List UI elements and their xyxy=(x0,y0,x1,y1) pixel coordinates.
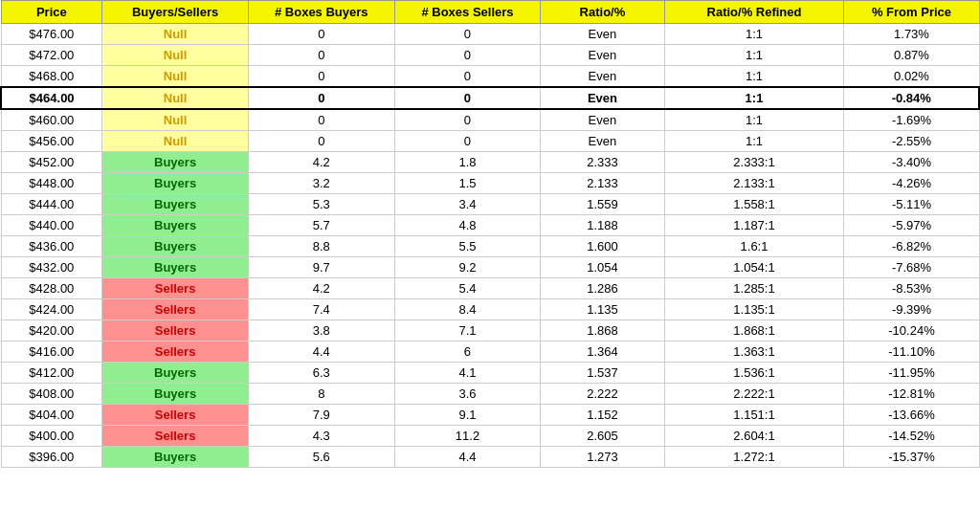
cell-fromp: -3.40% xyxy=(844,152,979,173)
cell-ratior: 1.054:1 xyxy=(664,257,844,278)
cell-ratior: 1.6:1 xyxy=(664,236,844,257)
cell-price: $436.00 xyxy=(1,236,102,257)
table-row: $400.00 Sellers 4.3 11.2 2.605 2.604:1 -… xyxy=(1,426,979,447)
cell-boxs: 1.5 xyxy=(394,173,541,194)
cell-ratio: 2.222 xyxy=(541,384,664,405)
cell-ratior: 2.604:1 xyxy=(664,426,844,447)
cell-fromp: -14.52% xyxy=(844,426,979,447)
cell-boxs: 4.4 xyxy=(394,447,541,468)
price-table: Price Buyers/Sellers # Boxes Buyers # Bo… xyxy=(0,0,980,468)
cell-ratior: 1.151:1 xyxy=(664,405,844,426)
table-row: $472.00 Null 0 0 Even 1:1 0.87% xyxy=(1,45,979,66)
main-table-wrapper: Price Buyers/Sellers # Boxes Buyers # Bo… xyxy=(0,0,980,468)
cell-boxb: 6.3 xyxy=(248,363,394,384)
cell-bs: Buyers xyxy=(102,236,249,257)
cell-boxb: 0 xyxy=(248,24,394,45)
header-ratior: Ratio/% Refined xyxy=(664,1,844,24)
cell-boxb: 4.2 xyxy=(248,152,394,173)
cell-price: $468.00 xyxy=(1,66,102,88)
table-row: $476.00 Null 0 0 Even 1:1 1.73% xyxy=(1,24,979,45)
cell-bs: Buyers xyxy=(102,384,249,405)
cell-fromp: -10.24% xyxy=(844,320,979,342)
cell-bs: Null xyxy=(102,131,249,152)
cell-boxb: 8.8 xyxy=(248,236,394,257)
cell-boxb: 0 xyxy=(248,66,394,88)
cell-boxs: 11.2 xyxy=(394,426,541,447)
cell-boxb: 9.7 xyxy=(248,257,394,278)
cell-fromp: -12.81% xyxy=(844,384,979,405)
cell-ratior: 1:1 xyxy=(664,87,844,109)
cell-ratior: 2.222:1 xyxy=(664,384,844,405)
cell-boxs: 7.1 xyxy=(394,320,541,342)
cell-price: $448.00 xyxy=(1,173,102,194)
cell-boxs: 4.1 xyxy=(394,363,541,384)
cell-ratio: 1.286 xyxy=(541,278,664,299)
cell-fromp: -5.11% xyxy=(844,194,979,215)
cell-price: $472.00 xyxy=(1,45,102,66)
cell-boxs: 3.6 xyxy=(394,384,541,405)
table-row: $468.00 Null 0 0 Even 1:1 0.02% xyxy=(1,66,979,88)
cell-bs: Buyers xyxy=(102,173,249,194)
cell-boxb: 0 xyxy=(248,45,394,66)
cell-ratio: 1.600 xyxy=(541,236,664,257)
cell-boxs: 9.1 xyxy=(394,405,541,426)
cell-price: $416.00 xyxy=(1,342,102,363)
cell-boxb: 3.2 xyxy=(248,173,394,194)
cell-fromp: -9.39% xyxy=(844,299,979,320)
cell-ratio: Even xyxy=(541,66,664,88)
cell-ratio: 1.364 xyxy=(541,342,664,363)
cell-ratior: 1.558:1 xyxy=(664,194,844,215)
cell-boxb: 0 xyxy=(248,109,394,131)
cell-ratior: 1.187:1 xyxy=(664,215,844,236)
cell-bs: Buyers xyxy=(102,257,249,278)
cell-price: $408.00 xyxy=(1,384,102,405)
cell-boxs: 5.5 xyxy=(394,236,541,257)
cell-ratio: 1.868 xyxy=(541,320,664,342)
cell-boxs: 0 xyxy=(394,109,541,131)
cell-price: $460.00 xyxy=(1,109,102,131)
cell-bs: Sellers xyxy=(102,405,249,426)
cell-boxs: 0 xyxy=(394,24,541,45)
cell-boxs: 0 xyxy=(394,131,541,152)
table-row: $416.00 Sellers 4.4 6 1.364 1.363:1 -11.… xyxy=(1,342,979,363)
cell-fromp: -15.37% xyxy=(844,447,979,468)
cell-ratio: Even xyxy=(541,45,664,66)
cell-boxs: 6 xyxy=(394,342,541,363)
cell-bs: Sellers xyxy=(102,426,249,447)
cell-fromp: 0.87% xyxy=(844,45,979,66)
cell-bs: Buyers xyxy=(102,363,249,384)
header-price: Price xyxy=(1,1,102,24)
cell-boxs: 3.4 xyxy=(394,194,541,215)
cell-price: $432.00 xyxy=(1,257,102,278)
cell-bs: Null xyxy=(102,45,249,66)
cell-ratior: 1.868:1 xyxy=(664,320,844,342)
cell-ratio: 1.273 xyxy=(541,447,664,468)
cell-price: $400.00 xyxy=(1,426,102,447)
cell-price: $464.00 xyxy=(1,87,102,109)
cell-fromp: -2.55% xyxy=(844,131,979,152)
cell-fromp: 1.73% xyxy=(844,24,979,45)
cell-boxs: 4.8 xyxy=(394,215,541,236)
cell-ratio: 2.133 xyxy=(541,173,664,194)
cell-bs: Null xyxy=(102,109,249,131)
table-row: $412.00 Buyers 6.3 4.1 1.537 1.536:1 -11… xyxy=(1,363,979,384)
cell-ratio: 1.537 xyxy=(541,363,664,384)
table-row: $420.00 Sellers 3.8 7.1 1.868 1.868:1 -1… xyxy=(1,320,979,342)
cell-bs: Sellers xyxy=(102,278,249,299)
cell-boxs: 0 xyxy=(394,45,541,66)
table-row: $460.00 Null 0 0 Even 1:1 -1.69% xyxy=(1,109,979,131)
table-row: $456.00 Null 0 0 Even 1:1 -2.55% xyxy=(1,131,979,152)
cell-boxb: 0 xyxy=(248,87,394,109)
cell-ratior: 1:1 xyxy=(664,131,844,152)
cell-boxb: 0 xyxy=(248,131,394,152)
cell-price: $444.00 xyxy=(1,194,102,215)
cell-fromp: -4.26% xyxy=(844,173,979,194)
cell-ratior: 2.333:1 xyxy=(664,152,844,173)
table-row: $436.00 Buyers 8.8 5.5 1.600 1.6:1 -6.82… xyxy=(1,236,979,257)
cell-fromp: -1.69% xyxy=(844,109,979,131)
cell-boxs: 8.4 xyxy=(394,299,541,320)
cell-fromp: -7.68% xyxy=(844,257,979,278)
cell-boxb: 4.4 xyxy=(248,342,394,363)
header-fromp: % From Price xyxy=(844,1,979,24)
cell-bs: Null xyxy=(102,24,249,45)
